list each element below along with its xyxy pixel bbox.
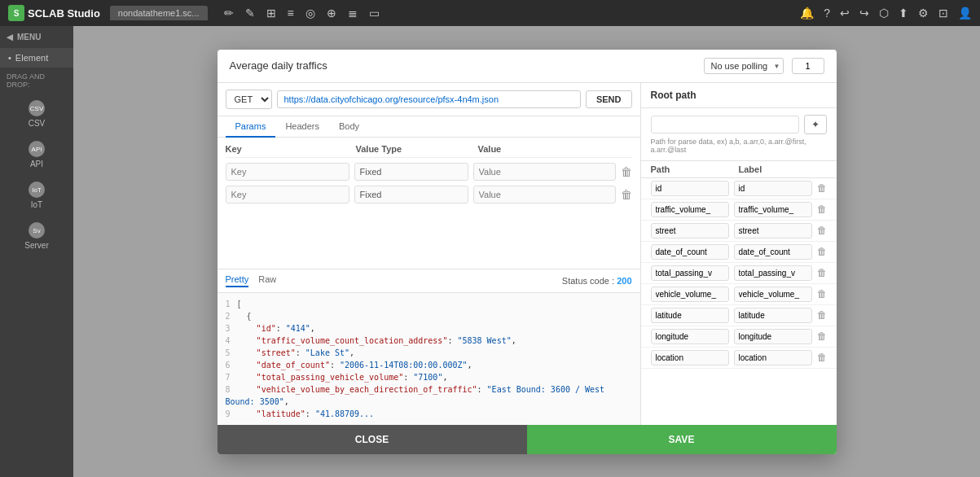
- sidebar-item-iot[interactable]: IoT IoT: [0, 175, 73, 216]
- sidebar-item-api[interactable]: API API: [0, 134, 73, 175]
- path-hint: Path for parse data, ex) a,b, a.arr,0, a…: [651, 138, 827, 154]
- col-value: Value: [478, 144, 632, 154]
- upload-icon[interactable]: ⬆: [899, 7, 908, 20]
- path-delete-total-passing[interactable]: 🗑: [817, 267, 827, 278]
- sidebar-item-csv[interactable]: CSV CSV: [0, 94, 73, 134]
- method-select[interactable]: GET: [226, 90, 272, 109]
- label-input-location[interactable]: [734, 350, 812, 365]
- path-label-header: Path Label: [641, 161, 837, 178]
- path-delete-vehicle-volume[interactable]: 🗑: [817, 288, 827, 300]
- path-input-date-of-count[interactable]: [651, 244, 729, 260]
- api-label: API: [30, 160, 43, 168]
- path-delete-latitude[interactable]: 🗑: [817, 309, 827, 321]
- path-delete-location[interactable]: 🗑: [817, 352, 827, 363]
- path-delete-id[interactable]: 🗑: [817, 182, 827, 194]
- path-delete-date-of-count[interactable]: 🗑: [817, 246, 827, 257]
- send-button[interactable]: SEND: [586, 90, 632, 108]
- api-icon: API: [29, 141, 45, 157]
- sidebar-item-element[interactable]: • Element: [0, 48, 73, 68]
- menu-label: MENU: [17, 33, 41, 42]
- response-line-8: 8 "vehicle_volume_by_each_direction_of_t…: [226, 383, 632, 408]
- param-value-1[interactable]: [473, 163, 616, 181]
- path-input-total-passing[interactable]: [651, 265, 729, 281]
- expand-icon[interactable]: ⊡: [938, 7, 948, 20]
- param-delete-1[interactable]: 🗑: [621, 165, 632, 178]
- element-label: Element: [15, 53, 48, 63]
- path-input-vehicle-volume[interactable]: [651, 287, 729, 302]
- label-input-latitude[interactable]: [734, 308, 812, 323]
- list-icon[interactable]: ≡: [288, 7, 294, 20]
- param-key-1[interactable]: [226, 163, 349, 181]
- top-bar-right-icons: 🔔 ? ↩ ↪ ⬡ ⬆ ⚙ ⊡ 👤: [800, 7, 972, 20]
- edit2-icon[interactable]: ✎: [245, 7, 255, 20]
- label-input-street[interactable]: [734, 223, 812, 238]
- response-line-3: 3 "id": "414",: [226, 322, 632, 335]
- path-magic-button[interactable]: ✦: [804, 115, 827, 134]
- logo: S SCLAB Studio: [8, 5, 100, 21]
- table-icon[interactable]: ≣: [348, 7, 358, 20]
- label-input-longitude[interactable]: [734, 329, 812, 344]
- iot-label: IoT: [31, 200, 42, 209]
- params-header: Key Value Type Value: [226, 144, 632, 158]
- path-row-vehicle-volume: 🗑: [641, 284, 837, 305]
- response-tab-pretty[interactable]: Pretty: [226, 274, 249, 287]
- path-input-location[interactable]: [651, 350, 729, 365]
- request-tabs: Params Headers Body: [218, 116, 640, 138]
- path-input-street[interactable]: [651, 223, 729, 238]
- help-icon[interactable]: ?: [824, 7, 830, 20]
- undo-icon[interactable]: ↩: [840, 7, 850, 20]
- toolbar-icons: ✏ ✎ ⊞ ≡ ◎ ⊕ ≣ ▭: [224, 7, 380, 20]
- label-input-date-of-count[interactable]: [734, 244, 812, 260]
- logo-icon: S: [8, 5, 24, 21]
- path-label-rows: 🗑 🗑 🗑: [641, 178, 837, 425]
- profile-icon[interactable]: 👤: [958, 7, 972, 20]
- left-panel: GET SEND Params Headers Body: [218, 83, 641, 425]
- param-value-2[interactable]: [473, 186, 616, 203]
- col-value-type: Value Type: [356, 144, 478, 154]
- label-input-traffic-volume[interactable]: [734, 202, 812, 217]
- param-delete-2[interactable]: 🗑: [621, 188, 632, 201]
- sidebar-item-server[interactable]: Sv Server: [0, 216, 73, 256]
- path-delete-street[interactable]: 🗑: [817, 225, 827, 236]
- path-input-latitude[interactable]: [651, 308, 729, 323]
- param-key-2[interactable]: [226, 186, 349, 203]
- active-tab-label[interactable]: nondatatheme1.sc...: [110, 6, 208, 20]
- response-area: Pretty Raw Status code : 200 1[ 2 {: [218, 269, 640, 425]
- share-icon[interactable]: ⬡: [879, 7, 889, 20]
- path-delete-traffic-volume[interactable]: 🗑: [817, 203, 827, 215]
- status-label: Status code :: [562, 276, 614, 286]
- path-row-street: 🗑: [641, 221, 837, 242]
- root-path-input[interactable]: [651, 116, 799, 133]
- settings-icon[interactable]: ⚙: [918, 7, 929, 20]
- response-line-6: 6 "date_of_count": "2006-11-14T08:00:00.…: [226, 359, 632, 371]
- label-input-id[interactable]: [734, 181, 812, 196]
- param-type-1[interactable]: Fixed: [354, 163, 468, 181]
- save-button[interactable]: SAVE: [527, 425, 837, 454]
- path-row-latitude: 🗑: [641, 305, 837, 326]
- path-input-id[interactable]: [651, 181, 729, 196]
- url-input[interactable]: [277, 90, 581, 108]
- card-icon[interactable]: ▭: [369, 7, 380, 20]
- polling-select[interactable]: No use polling: [704, 58, 784, 74]
- tab-headers[interactable]: Headers: [275, 116, 329, 138]
- polling-number-input[interactable]: [792, 58, 824, 74]
- path-delete-longitude[interactable]: 🗑: [817, 330, 827, 342]
- label-input-vehicle-volume[interactable]: [734, 287, 812, 302]
- path-row-total-passing: 🗑: [641, 263, 837, 284]
- param-type-2[interactable]: Fixed: [354, 186, 468, 203]
- edit-icon[interactable]: ✏: [224, 7, 234, 20]
- path-input-longitude[interactable]: [651, 329, 729, 344]
- bell-icon[interactable]: 🔔: [800, 7, 814, 20]
- close-button[interactable]: CLOSE: [218, 425, 527, 454]
- user-icon[interactable]: ⊕: [327, 7, 336, 20]
- label-input-total-passing[interactable]: [734, 265, 812, 281]
- path-input-traffic-volume[interactable]: [651, 202, 729, 217]
- target-icon[interactable]: ◎: [305, 7, 315, 20]
- tab-params[interactable]: Params: [226, 116, 276, 138]
- response-tab-raw[interactable]: Raw: [258, 274, 276, 287]
- response-header: Pretty Raw Status code : 200: [218, 269, 640, 293]
- tab-body[interactable]: Body: [329, 116, 369, 138]
- redo-icon[interactable]: ↪: [859, 7, 869, 20]
- grid-icon[interactable]: ⊞: [266, 7, 276, 20]
- polling-select-wrapper[interactable]: No use polling: [704, 58, 784, 74]
